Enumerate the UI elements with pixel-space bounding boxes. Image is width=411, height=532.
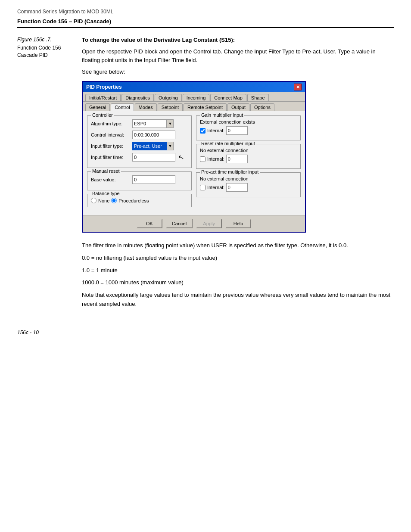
- input-filter-type-select-wrapper: Pre-act, User ▼: [132, 142, 174, 150]
- gain-ext-conn: External connection exists: [200, 119, 297, 124]
- reset-internal-checkbox[interactable]: [200, 156, 206, 162]
- reset-internal-input[interactable]: [226, 155, 248, 163]
- input-filter-type-dropdown-arrow[interactable]: ▼: [167, 142, 174, 150]
- tab-modes[interactable]: Modes: [135, 103, 157, 111]
- reset-internal-label: Internal:: [207, 156, 224, 162]
- base-value-input[interactable]: [132, 175, 175, 184]
- bottom-para2: 0.0 = no filtering (last sampled value i…: [82, 254, 394, 263]
- base-value-row: Base value:: [91, 175, 188, 184]
- control-interval-input[interactable]: [132, 131, 175, 139]
- algorithm-type-dropdown-arrow[interactable]: ▼: [167, 119, 174, 128]
- dialog-footer: OK Cancel Apply Help: [83, 215, 305, 232]
- balance-type-group: Balance type None Procedureless: [87, 194, 192, 207]
- input-filter-type-value[interactable]: Pre-act, User: [132, 142, 167, 150]
- pre-act-internal-input[interactable]: [226, 183, 248, 192]
- input-filter-time-label: Input filter time:: [91, 155, 130, 160]
- balance-type-radios: None Procedureless: [91, 198, 188, 203]
- tab-connect-map[interactable]: Connect Map: [210, 94, 246, 101]
- sidebar: Figure 156c .7. Function Code 156 Cascad…: [17, 37, 73, 312]
- close-button[interactable]: ✕: [294, 84, 302, 90]
- reset-rate-group: Reset rate multiplier input No external …: [196, 144, 301, 169]
- gain-internal-input[interactable]: [226, 126, 248, 135]
- dialog-title: PID Properties: [86, 84, 122, 90]
- page-header: Command Series Migration to MOD 30ML: [17, 9, 394, 15]
- input-filter-time-input[interactable]: [132, 153, 175, 162]
- algorithm-type-row: Algorithm type: ESP0 ▼: [91, 119, 188, 128]
- gain-multiplier-group: Gain multiplier input External connectio…: [196, 115, 301, 140]
- tab-setpoint[interactable]: Setpoint: [158, 103, 183, 111]
- cursor-icon: ↖: [177, 152, 184, 162]
- gain-internal-label: Internal:: [207, 128, 224, 133]
- dialog-tabs-row1: Initial/Restart Diagnostics Outgoing Inc…: [83, 92, 305, 102]
- reset-rate-title: Reset rate multiplier input: [200, 141, 256, 146]
- manual-reset-title: Manual reset: [91, 168, 121, 174]
- gain-internal-checkbox[interactable]: [200, 128, 206, 134]
- tab-options[interactable]: Options: [250, 103, 274, 111]
- base-value-label: Base value:: [91, 177, 130, 182]
- see-figure: See figure below:: [82, 68, 394, 75]
- dialog-titlebar: PID Properties ✕: [83, 82, 305, 92]
- gain-multiplier-title: Gain multiplier input: [200, 112, 244, 118]
- input-filter-type-label: Input filter type:: [91, 143, 130, 149]
- control-interval-label: Control interval:: [91, 132, 130, 137]
- cancel-button[interactable]: Cancel: [166, 219, 193, 228]
- algorithm-type-label: Algorithm type:: [91, 121, 130, 126]
- sidebar-line2: Cascade PID: [17, 52, 73, 59]
- pre-act-internal-label: Internal:: [207, 185, 224, 190]
- control-interval-row: Control interval:: [91, 131, 188, 139]
- dialog-body: Controller Algorithm type: ESP0 ▼: [83, 111, 305, 215]
- tab-incoming[interactable]: Incoming: [183, 94, 210, 101]
- tab-initial-restart[interactable]: Initial/Restart: [85, 94, 121, 101]
- tab-shape[interactable]: Shape: [247, 94, 269, 101]
- bottom-para4: 1000.0 = 1000 minutes (maximum value): [82, 278, 394, 287]
- instruction-title: To change the value of the Derivative La…: [82, 37, 394, 43]
- pre-act-time-title: Pre-act time multiplier input: [200, 169, 260, 174]
- gain-internal-row: Internal:: [200, 126, 297, 135]
- section-title: Function Code 156 – PID (Cascade): [17, 18, 394, 28]
- dialog-right-panel: Gain multiplier input External connectio…: [196, 115, 301, 211]
- tab-remote-setpoint[interactable]: Remote Setpoint: [184, 103, 227, 111]
- pre-act-internal-checkbox[interactable]: [200, 185, 206, 190]
- radio-procedureless-label: Procedureless: [118, 198, 149, 203]
- reset-no-ext: No external connection: [200, 148, 297, 153]
- radio-procedureless[interactable]: [111, 198, 117, 203]
- pre-act-time-group: Pre-act time multiplier input No externa…: [196, 172, 301, 197]
- controller-group: Controller Algorithm type: ESP0 ▼: [87, 115, 192, 168]
- input-filter-type-row: Input filter type: Pre-act, User ▼: [91, 142, 188, 150]
- apply-button[interactable]: Apply: [196, 219, 222, 228]
- reset-internal-row: Internal:: [200, 155, 297, 163]
- radio-none-label: None: [98, 198, 109, 203]
- manual-reset-group: Manual reset Base value:: [87, 171, 192, 190]
- bottom-para5: Note that exceptionally large values ten…: [82, 291, 394, 309]
- help-button[interactable]: Help: [225, 219, 251, 228]
- pre-act-internal-row: Internal:: [200, 183, 297, 192]
- bottom-para3: 1.0 = 1 minute: [82, 266, 394, 275]
- algorithm-type-value[interactable]: ESP0: [132, 119, 167, 128]
- sidebar-line1: Function Code 156: [17, 44, 73, 52]
- input-filter-time-row: Input filter time: ↖: [91, 153, 188, 162]
- dialog-tabs-row2: General Control Modes Setpoint Remote Se…: [83, 102, 305, 111]
- tab-outgoing[interactable]: Outgoing: [155, 94, 182, 101]
- bottom-text: The filter time in minutes (floating poi…: [82, 241, 394, 309]
- figure-label: Figure 156c .7.: [17, 37, 73, 43]
- tab-general[interactable]: General: [85, 103, 110, 111]
- ok-button[interactable]: OK: [137, 219, 162, 228]
- radio-none[interactable]: [91, 198, 97, 203]
- main-content: To change the value of the Derivative La…: [82, 37, 394, 312]
- tab-diagnostics[interactable]: Diagnostics: [121, 94, 154, 101]
- dialog-left-panel: Controller Algorithm type: ESP0 ▼: [87, 115, 192, 211]
- balance-type-title: Balance type: [91, 191, 121, 196]
- algorithm-type-select-wrapper: ESP0 ▼: [132, 119, 174, 128]
- page-footer: 156c - 10: [17, 330, 394, 336]
- pid-properties-dialog: PID Properties ✕ Initial/Restart Diagnos…: [82, 81, 306, 233]
- bottom-para1: The filter time in minutes (floating poi…: [82, 241, 394, 250]
- controller-group-title: Controller: [91, 112, 114, 118]
- pre-act-no-ext: No external connection: [200, 176, 297, 181]
- instruction-para: Open the respective PID block and open t…: [82, 47, 394, 64]
- tab-control[interactable]: Control: [111, 103, 134, 111]
- tab-output[interactable]: Output: [227, 103, 249, 111]
